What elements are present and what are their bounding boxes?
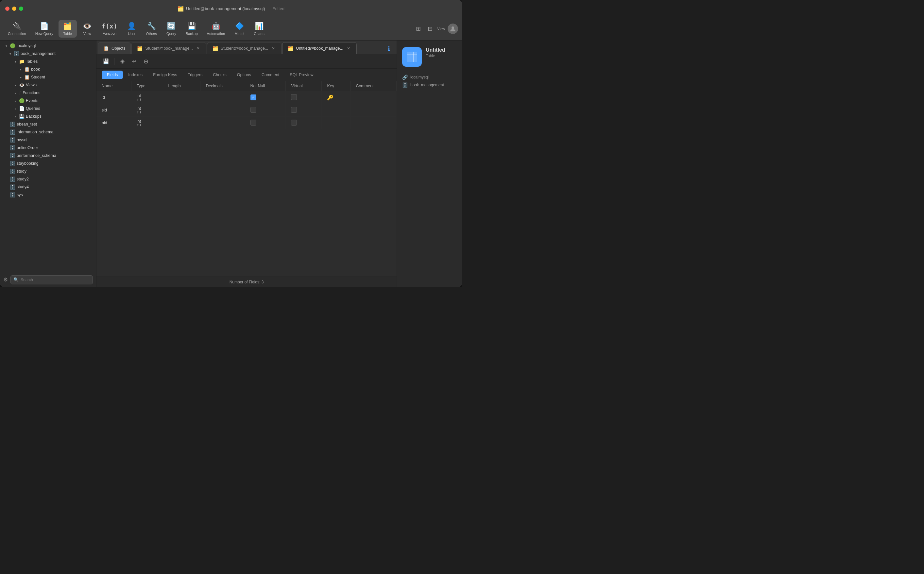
toolbar-user[interactable]: 👤 User bbox=[123, 20, 141, 38]
sidebar-item-study[interactable]: 🗄️ study bbox=[1, 167, 95, 175]
info-button[interactable]: ℹ bbox=[383, 44, 394, 54]
field-key-sid[interactable] bbox=[322, 104, 350, 117]
field-virtual-bid[interactable] bbox=[286, 117, 322, 129]
not-null-checkbox-sid[interactable] bbox=[251, 107, 256, 113]
field-decimals-sid[interactable] bbox=[200, 104, 245, 117]
sidebar-item-sys[interactable]: 🗄️ sys bbox=[1, 191, 95, 199]
sidebar-item-queries[interactable]: ▸ 📄 Queries bbox=[1, 105, 95, 112]
toolbar-others[interactable]: 🔧 Others bbox=[142, 20, 161, 38]
type-spinner-sid[interactable]: ⬆⬇ bbox=[137, 111, 158, 114]
tab-checks[interactable]: Checks bbox=[208, 71, 232, 79]
field-not-null-sid[interactable] bbox=[245, 104, 286, 117]
sidebar-item-tables[interactable]: ▾ 📁 Tables bbox=[1, 58, 95, 65]
delete-button[interactable]: ⊖ bbox=[141, 57, 150, 66]
table-header: Name Type Length Decimals Not Null Virtu… bbox=[96, 81, 397, 91]
sidebar-item-online-order[interactable]: 🗄️ onlineOrder bbox=[1, 144, 95, 152]
table-row[interactable]: sid int ⬆⬇ bbox=[96, 104, 397, 117]
field-comment-sid[interactable] bbox=[350, 104, 397, 117]
close-button[interactable] bbox=[5, 6, 9, 11]
field-length-sid[interactable] bbox=[163, 104, 200, 117]
toolbar-model[interactable]: 🔷 Model bbox=[230, 20, 249, 38]
save-button[interactable]: 💾 bbox=[102, 57, 111, 66]
sidebar-item-study2[interactable]: 🗄️ study2 bbox=[1, 175, 95, 183]
view-toggle-2[interactable]: ⊟ bbox=[426, 24, 435, 33]
toolbar-query[interactable]: 🔄 Query bbox=[162, 20, 180, 38]
tab-student1[interactable]: 🗂️ Student@book_manage... ✕ bbox=[131, 42, 206, 54]
field-virtual-sid[interactable] bbox=[286, 104, 322, 117]
toolbar-view[interactable]: 👁️ View bbox=[78, 20, 96, 38]
sidebar-item-performance-schema[interactable]: 🗄️ performance_schema bbox=[1, 152, 95, 159]
virtual-checkbox-bid[interactable] bbox=[291, 120, 297, 126]
virtual-checkbox-id[interactable] bbox=[291, 94, 297, 100]
search-input[interactable] bbox=[20, 278, 90, 282]
add-field-button[interactable]: ⊕ bbox=[118, 57, 127, 66]
field-decimals-id[interactable] bbox=[200, 91, 245, 104]
sidebar-item-events[interactable]: ▸ 🟢 Events bbox=[1, 97, 95, 105]
field-key-bid[interactable] bbox=[322, 117, 350, 129]
sidebar-item-views[interactable]: ▸ 👁️ Views bbox=[1, 81, 95, 89]
table-row[interactable]: bid int ⬆⬇ bbox=[96, 117, 397, 129]
sidebar-item-book[interactable]: ▸ 📋 book bbox=[1, 65, 95, 73]
search-box[interactable]: 🔍 bbox=[11, 275, 93, 284]
tab-triggers[interactable]: Triggers bbox=[183, 71, 208, 79]
undo-button[interactable]: ↩ bbox=[129, 57, 139, 66]
type-spinner-id[interactable]: ⬆⬇ bbox=[137, 98, 158, 101]
field-not-null-bid[interactable] bbox=[245, 117, 286, 129]
toolbar-connection[interactable]: 🔌 Connection bbox=[4, 20, 30, 38]
field-name-sid[interactable]: sid bbox=[96, 104, 131, 117]
type-spinner-bid[interactable]: ⬆⬇ bbox=[137, 123, 158, 127]
field-comment-id[interactable] bbox=[350, 91, 397, 104]
sidebar-item-student[interactable]: ▸ 📋 Student bbox=[1, 73, 95, 81]
tab-comment[interactable]: Comment bbox=[256, 71, 284, 79]
field-comment-bid[interactable] bbox=[350, 117, 397, 129]
virtual-checkbox-sid[interactable] bbox=[291, 107, 297, 113]
user-avatar[interactable] bbox=[448, 24, 458, 34]
field-virtual-id[interactable] bbox=[286, 91, 322, 104]
tab-objects[interactable]: 📋 Objects bbox=[98, 42, 131, 54]
table-row[interactable]: id int ⬆⬇ ✓ bbox=[96, 91, 397, 104]
tab-foreign-keys[interactable]: Foreign Keys bbox=[148, 71, 183, 79]
sidebar-item-book-management[interactable]: ▾ 🗄️ book_management bbox=[1, 50, 95, 58]
field-type-sid[interactable]: int ⬆⬇ bbox=[131, 104, 163, 117]
field-decimals-bid[interactable] bbox=[200, 117, 245, 129]
sidebar-item-study4[interactable]: 🗄️ study4 bbox=[1, 183, 95, 191]
field-type-bid[interactable]: int ⬆⬇ bbox=[131, 117, 163, 129]
sidebar-item-staybooking[interactable]: 🗄️ staybooking bbox=[1, 159, 95, 167]
minimize-button[interactable] bbox=[12, 6, 16, 11]
not-null-checkbox-id[interactable]: ✓ bbox=[251, 95, 256, 100]
tab-untitled[interactable]: 🗂️ Untitled@book_manage... ✕ bbox=[282, 42, 357, 54]
sidebar-item-mysql[interactable]: 🗄️ mysql bbox=[1, 136, 95, 144]
toolbar-charts[interactable]: 📊 Charts bbox=[250, 20, 268, 38]
field-key-id[interactable]: 🔑 bbox=[322, 91, 350, 104]
tab-student2[interactable]: 🗂️ Student@book_manage... ✕ bbox=[207, 42, 282, 54]
maximize-button[interactable] bbox=[19, 6, 23, 11]
field-name-bid[interactable]: bid bbox=[96, 117, 131, 129]
sidebar-item-information-schema[interactable]: 🗄️ information_schema bbox=[1, 128, 95, 136]
tab-indexes[interactable]: Indexes bbox=[123, 71, 148, 79]
close-tab-student1[interactable]: ✕ bbox=[196, 46, 201, 51]
toolbar-automation[interactable]: 🤖 Automation bbox=[203, 20, 229, 38]
database-icon: 🗄️ bbox=[10, 129, 15, 135]
tab-fields[interactable]: Fields bbox=[102, 71, 123, 79]
sidebar-item-ebean-test[interactable]: 🗄️ ebean_test bbox=[1, 120, 95, 128]
view-toggle-1[interactable]: ⊞ bbox=[414, 24, 423, 33]
field-not-null-id[interactable]: ✓ bbox=[245, 91, 286, 104]
toolbar-new-query[interactable]: 📄 New Query bbox=[32, 20, 57, 38]
not-null-checkbox-bid[interactable] bbox=[251, 120, 256, 126]
field-length-id[interactable] bbox=[163, 91, 200, 104]
sidebar-item-backups[interactable]: ▸ 💾 Backups bbox=[1, 112, 95, 120]
field-name-id[interactable]: id bbox=[96, 91, 131, 104]
sidebar-item-functions[interactable]: ▸ ƒ Functions bbox=[1, 89, 95, 97]
toolbar-function[interactable]: f(x) Function bbox=[98, 20, 121, 37]
tab-options[interactable]: Options bbox=[232, 71, 256, 79]
close-tab-student2[interactable]: ✕ bbox=[271, 46, 276, 51]
field-type-id[interactable]: int ⬆⬇ bbox=[131, 91, 163, 104]
toolbar-backup[interactable]: 💾 Backup bbox=[182, 20, 202, 38]
close-tab-untitled[interactable]: ✕ bbox=[346, 46, 351, 51]
toolbar-table[interactable]: 🗂️ Table bbox=[58, 20, 77, 38]
filter-icon[interactable]: ⚙ bbox=[3, 276, 8, 283]
database-icon: 🗄️ bbox=[10, 184, 15, 189]
tab-sql-preview[interactable]: SQL Preview bbox=[284, 71, 319, 79]
sidebar-item-localmysql[interactable]: ▾ 🟢 localmysql bbox=[1, 42, 95, 50]
field-length-bid[interactable] bbox=[163, 117, 200, 129]
